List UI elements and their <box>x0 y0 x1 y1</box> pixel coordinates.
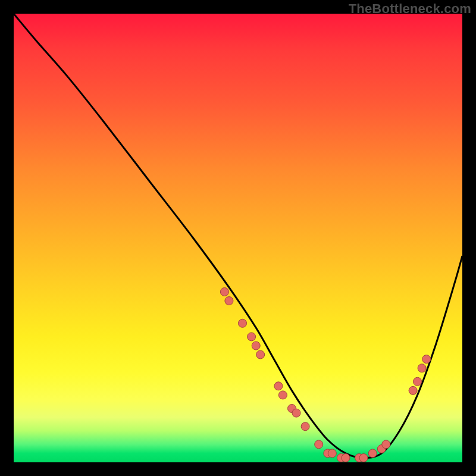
curve-marker <box>278 391 287 399</box>
watermark-text: TheBottleneck.com <box>349 1 471 17</box>
curve-marker <box>418 364 426 372</box>
bottleneck-curve-svg <box>14 14 462 462</box>
curve-marker <box>359 454 368 462</box>
curve-marker <box>368 449 377 458</box>
curve-marker <box>225 297 233 305</box>
bottleneck-curve <box>14 14 462 458</box>
curve-markers <box>220 288 430 462</box>
curve-marker <box>220 288 228 296</box>
curve-marker <box>315 440 323 449</box>
curve-marker <box>409 386 417 394</box>
curve-marker <box>414 377 422 386</box>
curve-marker <box>328 449 336 458</box>
curve-marker <box>239 319 247 327</box>
chart-container: TheBottleneck.com <box>0 0 476 476</box>
curve-marker <box>292 409 300 417</box>
curve-marker <box>256 350 265 359</box>
curve-marker <box>274 382 283 390</box>
curve-marker <box>342 454 350 462</box>
curve-marker <box>252 342 260 350</box>
curve-marker <box>248 333 256 341</box>
curve-marker <box>382 440 390 449</box>
curve-marker <box>422 355 431 364</box>
curve-marker <box>301 422 309 431</box>
